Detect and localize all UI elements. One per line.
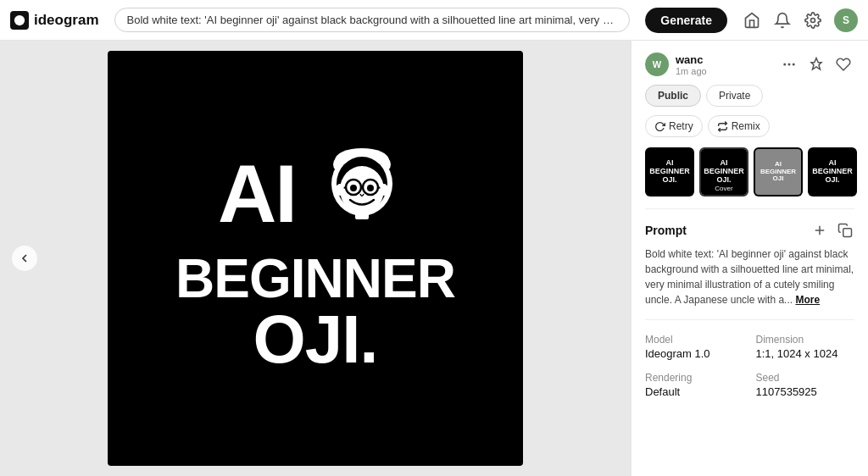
svg-rect-20 [355, 211, 369, 219]
user-info: wanc 1m ago [676, 53, 771, 76]
sidebar: W wanc 1m ago Public Private [631, 41, 868, 476]
retry-button[interactable]: Retry [645, 115, 703, 137]
generate-button[interactable]: Generate [645, 8, 727, 33]
rendering-value: Default [645, 385, 744, 398]
prompt-title: Prompt [645, 224, 687, 237]
heart-icon[interactable] [832, 53, 854, 75]
dimension-value: 1:1, 1024 x 1024 [756, 347, 855, 360]
thumbnail-1[interactable]: AIBEGINNEROJI. [645, 147, 694, 196]
thumbnail-3[interactable]: AI BEGINNER OJI [754, 147, 803, 196]
rendering-label: Rendering [645, 372, 744, 384]
seed-meta: Seed 1107535925 [756, 372, 855, 398]
svg-point-18 [336, 184, 344, 196]
image-text-beginner: BEGINNER [175, 252, 455, 306]
svg-point-1 [811, 18, 815, 22]
back-button[interactable] [12, 246, 37, 271]
user-avatar-nav[interactable]: S [834, 8, 858, 32]
model-meta: Model Ideogram 1.0 [645, 334, 744, 360]
dimension-meta: Dimension 1:1, 1024 x 1024 [756, 334, 855, 360]
navbar: ideogram Generate S [0, 0, 868, 41]
logo[interactable]: ideogram [10, 11, 99, 30]
copy-icon[interactable] [836, 221, 854, 240]
logo-text: ideogram [34, 12, 99, 29]
action-buttons: Retry Remix [645, 115, 854, 137]
bell-icon[interactable] [773, 11, 792, 30]
divider-1 [645, 208, 854, 209]
username: wanc [676, 53, 771, 66]
prompt-section-header: Prompt [645, 221, 854, 240]
uncle-illustration [311, 143, 413, 245]
model-label: Model [645, 334, 744, 346]
svg-point-23 [793, 64, 795, 66]
more-options-icon[interactable] [778, 53, 800, 75]
thumbnail-strip: AIBEGINNEROJI. AIBEGINNEROJI. Cover AI B… [645, 147, 854, 196]
image-text-oji: OJI. [253, 306, 377, 374]
svg-point-21 [783, 64, 786, 66]
svg-point-19 [380, 184, 388, 196]
retry-label: Retry [669, 120, 693, 132]
seed-label: Seed [756, 372, 855, 384]
nav-icons: S [743, 8, 858, 32]
svg-point-17 [367, 185, 374, 191]
image-top-row: AI [218, 143, 413, 245]
seed-value: 1107535925 [756, 385, 855, 398]
public-button[interactable]: Public [645, 85, 701, 107]
home-icon[interactable] [743, 11, 761, 30]
rendering-meta: Rendering Default [645, 372, 744, 398]
svg-point-22 [788, 64, 791, 66]
thumbnail-2[interactable]: AIBEGINNEROJI. Cover [699, 147, 748, 196]
svg-point-16 [350, 185, 357, 191]
image-text-ai: AI [218, 153, 296, 235]
thumbnail-cover-label: Cover [711, 184, 736, 193]
prompt-more-link[interactable]: More [795, 294, 820, 306]
post-time: 1m ago [676, 66, 771, 76]
image-panel: AI [0, 41, 631, 476]
private-button[interactable]: Private [706, 85, 763, 107]
logo-icon [10, 11, 29, 30]
sidebar-user-header: W wanc 1m ago [645, 53, 854, 76]
svg-rect-26 [843, 229, 852, 237]
divider-2 [645, 319, 854, 320]
settings-icon[interactable] [804, 11, 822, 30]
remix-label: Remix [732, 120, 760, 132]
thumbnail-4[interactable]: AIBEGINNEROJI. [808, 147, 857, 196]
visibility-buttons: Public Private [645, 85, 854, 107]
pin-icon[interactable] [805, 53, 827, 75]
prompt-text: Bold white text: 'AI beginner oji' again… [645, 246, 854, 307]
user-avatar-sidebar: W [645, 53, 669, 76]
dimension-label: Dimension [756, 334, 855, 346]
main-content: AI [0, 41, 868, 476]
generated-image: AI [108, 51, 523, 466]
search-input[interactable] [114, 8, 631, 32]
model-value: Ideogram 1.0 [645, 347, 744, 360]
prompt-icons [810, 221, 854, 240]
sidebar-header-actions [778, 53, 854, 75]
add-icon[interactable] [810, 221, 829, 240]
remix-button[interactable]: Remix [708, 115, 770, 137]
metadata-grid: Model Ideogram 1.0 Dimension 1:1, 1024 x… [645, 334, 854, 398]
svg-point-0 [14, 14, 25, 25]
